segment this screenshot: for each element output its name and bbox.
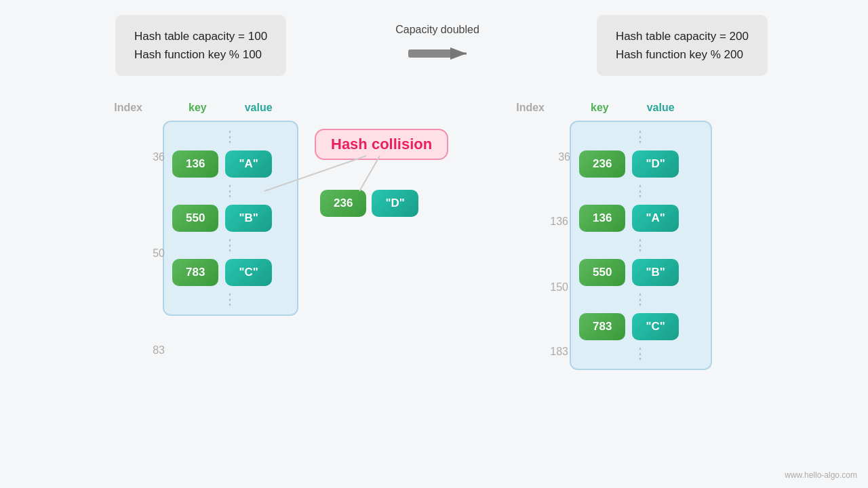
watermark: www.hello-algo.com (785, 470, 857, 480)
right-dots-bottom: ⋮ (579, 344, 703, 363)
left-row-50: 550 "B" (172, 205, 289, 232)
left-dots-top: ⋮ (172, 127, 289, 146)
right-table: ⋮ 236 "D" ⋮ 136 "A" ⋮ 550 "B" ⋮ (570, 121, 712, 370)
left-col-header: Index key value (105, 102, 273, 114)
right-val-A: "A" (632, 205, 678, 232)
right-val-D: "D" (632, 150, 678, 178)
right-key-550: 550 (579, 259, 625, 286)
collision-entry: 236 "D" (320, 190, 418, 217)
right-key-136: 136 (579, 205, 625, 232)
left-info-line1: Hash table capacity = 100 (134, 27, 267, 45)
left-row-36: 136 "A" (172, 150, 289, 178)
left-dots-bottom: ⋮ (172, 290, 289, 309)
right-info-box: Hash table capacity = 200 Hash function … (597, 15, 768, 76)
collision-val-D: "D" (372, 190, 418, 217)
right-row-183: 783 "C" (579, 313, 703, 340)
right-dots-3: ⋮ (579, 290, 703, 309)
left-index-50: 50 (132, 247, 165, 260)
left-header-key: key (189, 102, 207, 114)
left-header-index: Index (105, 102, 142, 114)
right-dots-2: ⋮ (579, 236, 703, 255)
right-info-line2: Hash function key % 200 (616, 45, 749, 64)
right-index-150: 150 (536, 281, 568, 293)
arrow-icon (407, 41, 468, 66)
left-row-83: 783 "C" (172, 259, 289, 286)
right-val-C: "C" (632, 313, 678, 340)
right-row-36: 236 "D" (579, 150, 703, 178)
left-table: ⋮ 136 "A" ⋮ 550 "B" ⋮ 783 "C" ⋮ (163, 121, 298, 316)
left-key-783: 783 (172, 259, 218, 286)
right-row-136: 136 "A" (579, 205, 703, 232)
left-key-550: 550 (172, 205, 218, 232)
left-val-B: "B" (225, 205, 271, 232)
right-info-line1: Hash table capacity = 200 (616, 27, 749, 45)
right-index-36: 36 (538, 151, 570, 163)
collision-text: Hash collision (331, 136, 432, 152)
left-index-83: 83 (132, 344, 165, 357)
left-info-box: Hash table capacity = 100 Hash function … (115, 15, 286, 76)
right-val-B: "B" (632, 259, 678, 286)
left-dots-1: ⋮ (172, 182, 289, 201)
svg-rect-1 (408, 49, 454, 58)
left-val-C: "C" (225, 259, 271, 286)
capacity-doubled-label: Capacity doubled (395, 24, 479, 36)
capacity-doubled-area: Capacity doubled (366, 24, 509, 66)
right-dots-1: ⋮ (579, 182, 703, 201)
svg-line-4 (359, 156, 380, 191)
right-index-183: 183 (536, 346, 568, 358)
left-dots-2: ⋮ (172, 236, 289, 255)
right-header-index: Index (507, 102, 545, 114)
collision-key-236: 236 (320, 190, 366, 217)
left-index-36: 36 (132, 151, 165, 163)
collision-label: Hash collision (315, 129, 448, 160)
left-header-value: value (245, 102, 273, 114)
right-key-236: 236 (579, 150, 625, 178)
right-dots-top: ⋮ (579, 127, 703, 146)
right-row-150: 550 "B" (579, 259, 703, 286)
left-key-136: 136 (172, 150, 218, 178)
right-index-136: 136 (536, 216, 568, 228)
right-header-value: value (647, 102, 675, 114)
right-key-783: 783 (579, 313, 625, 340)
right-col-header: Index key value (507, 102, 675, 114)
left-info-line2: Hash function key % 100 (134, 45, 267, 64)
right-header-key: key (591, 102, 609, 114)
left-val-A: "A" (225, 150, 271, 178)
